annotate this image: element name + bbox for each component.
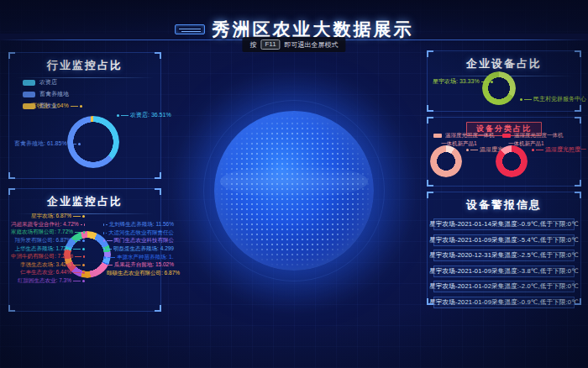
chart-callout: 红甜园生态农业: 7.3% [11, 277, 85, 286]
chart-callout: 畜牧业: 1.64% [31, 102, 82, 110]
equipment-donut-chart[interactable] [482, 71, 516, 105]
chart-callout: 畜禽养殖地: 61.85% [14, 139, 81, 148]
chart-callout: 大运河生态牧业有限责任公 [103, 229, 174, 238]
device-left-donut-chart[interactable] [430, 145, 462, 177]
legend-item[interactable]: 温湿度光照度一体机 [502, 132, 564, 139]
panel-title: 设备警报信息 [428, 192, 580, 213]
chart-callout: 李强生态农场: 3.42% [11, 261, 85, 270]
alarm-list: 星宇农场-2021-01-14采集温度:-0.9℃,低于下限:0℃ 星宇农场-2… [433, 218, 575, 308]
legend-swatch [502, 134, 511, 138]
chart-callout: 仁丰生态农业: 6.44% [11, 269, 85, 277]
chart-callout: 中润牛奶有限公司: 7.29% [11, 253, 85, 261]
legend-item[interactable]: 温湿度光照度一体机 [433, 132, 495, 139]
legend-swatch [23, 80, 35, 86]
header-logo [175, 24, 205, 34]
legend-swatch [433, 134, 442, 138]
chart-callout: 星宇农场: 6.87% [11, 213, 85, 221]
chart-callout: 陶门生态农业科技有限公 [103, 237, 174, 245]
panel-equipment-ratio: 企业设备占比 星宇农场: 33.33% 民主村党群服务中心 [427, 50, 581, 112]
panel-title: 企业设备占比 [428, 51, 580, 71]
legend-item[interactable]: 农资店 [23, 78, 69, 87]
alarm-list-item: 星宇农场-2021-01-09采集温度:-3.8℃,低于下限:0℃ [433, 265, 575, 277]
legend-item[interactable]: 畜禽养殖地 [23, 90, 69, 98]
dashboard-stage: 秀洲区农业大数据展示 按 F11 即可退出全屏模式 行业监控占比 农资店 畜禽养… [0, 0, 588, 368]
alarm-list-item: 星宇农场-2020-12-31采集温度:-2.5℃,低于下限:0℃ [433, 250, 575, 261]
enterprise-right-labels: 北刘锋生态养殖场: 11.56% 大运河生态牧业有限责任公 陶门生态农业科技有限… [103, 221, 174, 277]
hint-prefix: 按 [249, 40, 256, 50]
alarm-list-item: 星宇农场-2021-01-09采集温度:-5.4℃,低于下限:0℃ [433, 234, 575, 246]
chart-callout: 温湿度光照度一 [532, 145, 586, 154]
chart-callout: 冯超果蔬专业合作社: 4.72% [11, 221, 85, 229]
chart-callout: 瓜果花卉自留地: 15.02% [103, 261, 174, 270]
panel-industry-ratio: 行业监控占比 农资店 畜禽养殖地 畜牧业 畜牧业: 1.64% 农资店: 36.… [8, 52, 161, 179]
panel-enterprise-ratio: 企业监控占比 星宇农场: 6.87% 冯超果蔬专业合作社: 4.72% 家庭农场… [8, 188, 161, 312]
fullscreen-hint: 按 F11 即可退出全屏模式 [242, 37, 345, 52]
alarm-list-item: 星宇农场-2021-01-09采集温度:-0.9℃,低于下限:0℃ [433, 297, 575, 308]
alarm-list-item: 星宇农场-2021-01-02采集温度:-2.0℃,低于下限:0℃ [433, 281, 575, 292]
globe-highlight-band [220, 165, 368, 198]
chart-callout: 上华生态养殖场: 1.72% [11, 244, 85, 253]
chart-callout: 星宇农场: 33.33% [433, 77, 493, 86]
chart-callout: 家庭农场有限公司: 7.72% [11, 229, 85, 237]
chart-callout: 农资店: 36.51% [117, 111, 171, 119]
device-right-donut-chart[interactable] [496, 145, 528, 177]
panel-device-category: 设备分类占比 温湿度光照度一体机 一体机新产品1 温湿度光照度一 温湿度光照度一… [427, 117, 581, 187]
chart-callout: 颐硕生态农业有限公司: 6.87% [103, 270, 174, 278]
alarm-list-item: 星宇农场-2021-01-14采集温度:-0.9℃,低于下限:0℃ [433, 218, 575, 230]
chart-callout: 翔升发有限公司: 6.87% [11, 237, 85, 245]
f11-key-badge: F11 [260, 39, 280, 50]
legend-swatch [23, 92, 35, 97]
enterprise-left-labels: 星宇农场: 6.87% 冯超果蔬专业合作社: 4.72% 家庭农场有限公司: 7… [11, 213, 85, 285]
hint-suffix: 即可退出全屏模式 [285, 40, 339, 50]
chart-callout: 丰源水产种苗养殖场: 1. [103, 253, 174, 261]
panel-title: 企业监控占比 [9, 189, 160, 209]
panel-device-alarms: 设备警报信息 星宇农场-2021-01-14采集温度:-0.9℃,低于下限:0℃… [427, 192, 581, 305]
panel-title: 行业监控占比 [9, 53, 160, 73]
chart-callout: 民主村党群服务中心 [520, 95, 586, 103]
chart-callout: 明磊蛋生态养殖场: 4.299 [103, 245, 174, 254]
chart-callout: 北刘锋生态养殖场: 11.56% [103, 221, 174, 229]
